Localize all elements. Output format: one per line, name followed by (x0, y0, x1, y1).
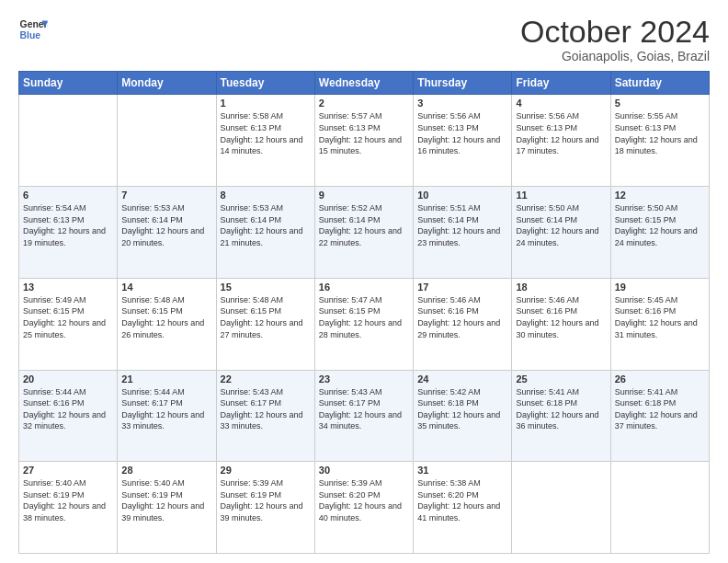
day-number: 20 (23, 373, 113, 385)
day-info: Sunrise: 5:40 AM Sunset: 6:19 PM Dayligh… (23, 477, 113, 523)
day-cell: 6Sunrise: 5:54 AM Sunset: 6:13 PM Daylig… (19, 187, 118, 279)
logo: General Blue (18, 15, 48, 44)
day-info: Sunrise: 5:55 AM Sunset: 6:13 PM Dayligh… (615, 110, 705, 156)
col-tuesday: Tuesday (216, 72, 314, 95)
day-cell: 13Sunrise: 5:49 AM Sunset: 6:15 PM Dayli… (19, 278, 118, 370)
day-cell: 15Sunrise: 5:48 AM Sunset: 6:15 PM Dayli… (216, 278, 314, 370)
day-cell: 8Sunrise: 5:53 AM Sunset: 6:14 PM Daylig… (216, 187, 314, 279)
day-cell: 14Sunrise: 5:48 AM Sunset: 6:15 PM Dayli… (118, 278, 216, 370)
day-cell: 2Sunrise: 5:57 AM Sunset: 6:13 PM Daylig… (314, 95, 413, 187)
day-info: Sunrise: 5:52 AM Sunset: 6:14 PM Dayligh… (319, 202, 409, 248)
day-info: Sunrise: 5:44 AM Sunset: 6:17 PM Dayligh… (121, 386, 211, 432)
day-info: Sunrise: 5:46 AM Sunset: 6:16 PM Dayligh… (417, 294, 507, 340)
day-info: Sunrise: 5:43 AM Sunset: 6:17 PM Dayligh… (319, 386, 409, 432)
day-cell (512, 462, 610, 554)
day-number: 3 (417, 98, 507, 109)
day-cell: 29Sunrise: 5:39 AM Sunset: 6:19 PM Dayli… (216, 462, 314, 554)
day-info: Sunrise: 5:41 AM Sunset: 6:18 PM Dayligh… (615, 386, 705, 432)
day-info: Sunrise: 5:39 AM Sunset: 6:20 PM Dayligh… (319, 477, 409, 523)
day-number: 31 (417, 465, 507, 476)
col-monday: Monday (118, 72, 216, 95)
day-number: 29 (221, 465, 311, 476)
svg-text:Blue: Blue (20, 30, 41, 40)
day-info: Sunrise: 5:39 AM Sunset: 6:19 PM Dayligh… (221, 477, 311, 523)
day-number: 21 (121, 373, 211, 385)
day-number: 11 (516, 190, 606, 201)
day-number: 1 (221, 98, 311, 109)
col-sunday: Sunday (19, 72, 118, 95)
month-title: October 2024 (520, 15, 710, 49)
logo-icon: General Blue (18, 15, 48, 44)
week-row-1: 1Sunrise: 5:58 AM Sunset: 6:13 PM Daylig… (19, 95, 710, 187)
day-cell: 26Sunrise: 5:41 AM Sunset: 6:18 PM Dayli… (610, 370, 709, 462)
day-cell: 20Sunrise: 5:44 AM Sunset: 6:16 PM Dayli… (19, 370, 118, 462)
day-number: 9 (319, 190, 409, 201)
day-cell: 21Sunrise: 5:44 AM Sunset: 6:17 PM Dayli… (118, 370, 216, 462)
day-cell: 18Sunrise: 5:46 AM Sunset: 6:16 PM Dayli… (512, 278, 610, 370)
day-info: Sunrise: 5:38 AM Sunset: 6:20 PM Dayligh… (417, 477, 507, 523)
day-number: 27 (23, 465, 113, 476)
day-info: Sunrise: 5:53 AM Sunset: 6:14 PM Dayligh… (221, 202, 311, 248)
day-cell: 28Sunrise: 5:40 AM Sunset: 6:19 PM Dayli… (118, 462, 216, 554)
day-number: 15 (221, 282, 311, 293)
calendar-table: Sunday Monday Tuesday Wednesday Thursday… (18, 71, 710, 554)
day-number: 4 (516, 98, 606, 109)
week-row-4: 20Sunrise: 5:44 AM Sunset: 6:16 PM Dayli… (19, 370, 710, 462)
day-info: Sunrise: 5:56 AM Sunset: 6:13 PM Dayligh… (417, 110, 507, 156)
day-cell: 4Sunrise: 5:56 AM Sunset: 6:13 PM Daylig… (512, 95, 610, 187)
day-cell: 10Sunrise: 5:51 AM Sunset: 6:14 PM Dayli… (414, 187, 512, 279)
col-thursday: Thursday (414, 72, 512, 95)
day-number: 17 (417, 282, 507, 293)
day-number: 16 (319, 282, 409, 293)
day-cell: 24Sunrise: 5:42 AM Sunset: 6:18 PM Dayli… (414, 370, 512, 462)
day-info: Sunrise: 5:51 AM Sunset: 6:14 PM Dayligh… (417, 202, 507, 248)
day-info: Sunrise: 5:43 AM Sunset: 6:17 PM Dayligh… (221, 386, 311, 432)
day-info: Sunrise: 5:46 AM Sunset: 6:16 PM Dayligh… (516, 294, 606, 340)
day-info: Sunrise: 5:48 AM Sunset: 6:15 PM Dayligh… (121, 294, 211, 340)
day-cell: 31Sunrise: 5:38 AM Sunset: 6:20 PM Dayli… (414, 462, 512, 554)
day-number: 6 (23, 190, 113, 201)
day-number: 18 (516, 282, 606, 293)
day-info: Sunrise: 5:42 AM Sunset: 6:18 PM Dayligh… (417, 386, 507, 432)
day-info: Sunrise: 5:50 AM Sunset: 6:14 PM Dayligh… (516, 202, 606, 248)
day-info: Sunrise: 5:49 AM Sunset: 6:15 PM Dayligh… (23, 294, 113, 340)
day-number: 14 (121, 282, 211, 293)
day-cell (19, 95, 118, 187)
day-cell (118, 95, 216, 187)
col-wednesday: Wednesday (314, 72, 413, 95)
day-info: Sunrise: 5:48 AM Sunset: 6:15 PM Dayligh… (221, 294, 311, 340)
day-number: 13 (23, 282, 113, 293)
day-number: 22 (221, 373, 311, 385)
day-cell: 19Sunrise: 5:45 AM Sunset: 6:16 PM Dayli… (610, 278, 709, 370)
day-number: 30 (319, 465, 409, 476)
header: General Blue October 2024 Goianapolis, G… (18, 15, 710, 63)
day-info: Sunrise: 5:57 AM Sunset: 6:13 PM Dayligh… (319, 110, 409, 156)
week-row-5: 27Sunrise: 5:40 AM Sunset: 6:19 PM Dayli… (19, 462, 710, 554)
day-info: Sunrise: 5:54 AM Sunset: 6:13 PM Dayligh… (23, 202, 113, 248)
day-info: Sunrise: 5:40 AM Sunset: 6:19 PM Dayligh… (121, 477, 211, 523)
header-row: Sunday Monday Tuesday Wednesday Thursday… (19, 72, 710, 95)
day-cell: 16Sunrise: 5:47 AM Sunset: 6:15 PM Dayli… (314, 278, 413, 370)
day-number: 23 (319, 373, 409, 385)
week-row-3: 13Sunrise: 5:49 AM Sunset: 6:15 PM Dayli… (19, 278, 710, 370)
day-number: 19 (615, 282, 705, 293)
day-info: Sunrise: 5:41 AM Sunset: 6:18 PM Dayligh… (516, 386, 606, 432)
day-number: 26 (615, 373, 705, 385)
day-cell: 17Sunrise: 5:46 AM Sunset: 6:16 PM Dayli… (414, 278, 512, 370)
day-number: 10 (417, 190, 507, 201)
col-saturday: Saturday (610, 72, 709, 95)
day-cell: 5Sunrise: 5:55 AM Sunset: 6:13 PM Daylig… (610, 95, 709, 187)
day-cell: 22Sunrise: 5:43 AM Sunset: 6:17 PM Dayli… (216, 370, 314, 462)
day-cell: 25Sunrise: 5:41 AM Sunset: 6:18 PM Dayli… (512, 370, 610, 462)
day-cell (610, 462, 709, 554)
day-info: Sunrise: 5:58 AM Sunset: 6:13 PM Dayligh… (221, 110, 311, 156)
day-cell: 12Sunrise: 5:50 AM Sunset: 6:15 PM Dayli… (610, 187, 709, 279)
day-info: Sunrise: 5:44 AM Sunset: 6:16 PM Dayligh… (23, 386, 113, 432)
col-friday: Friday (512, 72, 610, 95)
day-cell: 11Sunrise: 5:50 AM Sunset: 6:14 PM Dayli… (512, 187, 610, 279)
day-cell: 9Sunrise: 5:52 AM Sunset: 6:14 PM Daylig… (314, 187, 413, 279)
day-info: Sunrise: 5:53 AM Sunset: 6:14 PM Dayligh… (121, 202, 211, 248)
day-number: 5 (615, 98, 705, 109)
day-cell: 30Sunrise: 5:39 AM Sunset: 6:20 PM Dayli… (314, 462, 413, 554)
day-info: Sunrise: 5:47 AM Sunset: 6:15 PM Dayligh… (319, 294, 409, 340)
